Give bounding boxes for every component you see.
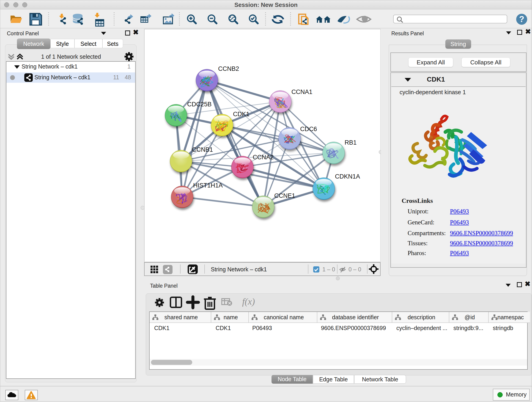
svg-text:CCNE1: CCNE1 (274, 192, 295, 199)
svg-text:CDC25B: CDC25B (187, 101, 212, 108)
svg-text:RB1: RB1 (345, 139, 357, 146)
svg-text:CDC6: CDC6 (300, 126, 317, 133)
svg-text:CCNA1: CCNA1 (291, 89, 312, 95)
svg-text:?: ? (519, 14, 524, 24)
svg-text:CCNB2: CCNB2 (218, 65, 239, 72)
svg-text:1 – 0: 1 – 0 (322, 266, 335, 273)
svg-text:CCNB1: CCNB1 (192, 146, 213, 153)
svg-text:0 – 0: 0 – 0 (348, 266, 361, 273)
svg-text:f(x): f(x) (242, 296, 255, 307)
svg-text:String Network – cdk1: String Network – cdk1 (211, 266, 267, 273)
svg-text:CCNA2: CCNA2 (253, 154, 274, 161)
svg-text:HIST1H1A: HIST1H1A (193, 182, 223, 189)
svg-text:CDKN1A: CDKN1A (335, 173, 360, 180)
svg-text:CDK1: CDK1 (233, 111, 249, 118)
